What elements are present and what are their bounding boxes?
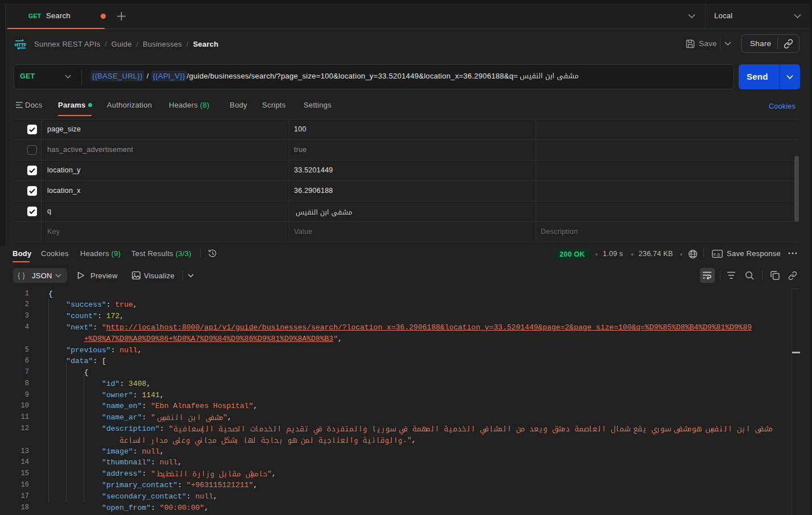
svg-text:HTTP: HTTP bbox=[15, 42, 26, 48]
svg-text:e.g.: e.g. bbox=[714, 252, 722, 257]
